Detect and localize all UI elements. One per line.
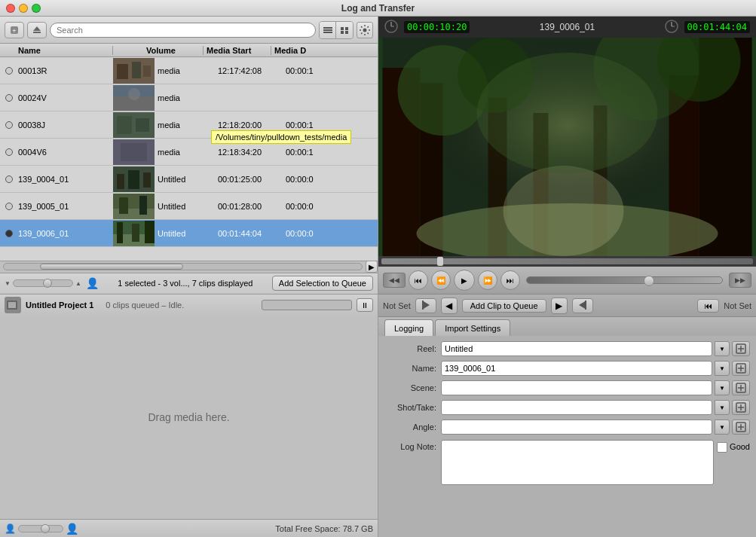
- row-name: 139_0005_01: [18, 202, 113, 211]
- shottake-input-wrap: ▼: [441, 400, 750, 415]
- inout-bar: Not Set ◀ Add Clip to Queue ▶ ⏮ Not Set: [378, 294, 756, 316]
- row-name: 00013R: [18, 66, 113, 75]
- row-mediastart: 12:18:34:20: [215, 148, 283, 157]
- scene-input-wrap: ▼: [441, 380, 750, 395]
- pause-button[interactable]: ⏸: [357, 298, 373, 312]
- drop-zone[interactable]: Drag media here.: [0, 316, 378, 520]
- left-bottom-bar: 👤 👤 Total Free Space: 78.7 GB: [0, 519, 378, 537]
- reel-dropdown-btn[interactable]: ▼: [715, 341, 730, 356]
- row-radio: [0, 67, 18, 75]
- list-scrollbar[interactable]: ▶: [0, 261, 378, 273]
- list-view-btn[interactable]: [320, 22, 336, 38]
- lognote-textarea[interactable]: [441, 440, 714, 485]
- svg-rect-13: [117, 64, 128, 79]
- row-thumbnail: [113, 166, 155, 192]
- row-thumbnail: [113, 194, 155, 219]
- timecode-icon: [384, 20, 398, 35]
- tab-bar: Logging Import Settings: [378, 316, 756, 336]
- name-dropdown-btn[interactable]: ▼: [715, 361, 730, 376]
- goto-out-btn[interactable]: ▶: [551, 297, 568, 314]
- table-row[interactable]: 139_0004_01 Untitled 00:01:25:00 00:00:0: [0, 166, 378, 193]
- tab-import-settings[interactable]: Import Settings: [435, 319, 510, 336]
- name-input[interactable]: [441, 361, 712, 376]
- drop-zone-text: Drag media here.: [148, 411, 229, 423]
- prev-clip-btn[interactable]: ⏮: [409, 270, 428, 290]
- scene-dropdown-btn[interactable]: ▼: [715, 380, 730, 395]
- scene-input[interactable]: [441, 380, 712, 395]
- scroll-right-btn[interactable]: ▶: [366, 261, 378, 273]
- svg-rect-5: [323, 29, 332, 31]
- jog-forward-btn[interactable]: ▶▶: [729, 273, 751, 288]
- project-status: 0 clips queued – Idle.: [106, 301, 257, 310]
- row-mediastart: 12:17:42:08: [215, 66, 283, 75]
- row-volume: media: [155, 148, 215, 157]
- mark-out-btn[interactable]: [572, 298, 593, 313]
- col-header-mediastart[interactable]: Media Start: [204, 46, 271, 55]
- col-header-name[interactable]: Name: [0, 46, 113, 55]
- add-button[interactable]: +: [5, 22, 24, 38]
- reel-input[interactable]: [441, 341, 712, 356]
- play-btn[interactable]: ▶: [454, 270, 475, 291]
- file-list-header: Name Volume Media Start Media D: [0, 44, 378, 57]
- step-back-btn[interactable]: ⏪: [431, 270, 451, 290]
- svg-point-55: [503, 166, 624, 256]
- close-button[interactable]: [6, 4, 15, 13]
- add-selection-queue-button[interactable]: Add Selection to Queue: [272, 276, 373, 291]
- maximize-button[interactable]: [32, 4, 41, 13]
- project-name: Untitled Project 1: [26, 301, 101, 310]
- reel-action-btn[interactable]: [732, 341, 750, 356]
- row-mediad: 00:00:1: [283, 121, 343, 130]
- svg-rect-20: [117, 116, 132, 134]
- zoom-slider[interactable]: [13, 279, 73, 287]
- minimize-button[interactable]: [19, 4, 28, 13]
- table-row[interactable]: 139_0006_01 Untitled 00:01:44:04 00:00:0: [0, 220, 378, 247]
- goto-in-btn[interactable]: ◀: [441, 297, 458, 314]
- row-radio: [0, 148, 18, 156]
- mark-in-btn[interactable]: [415, 298, 436, 313]
- eject-button[interactable]: [27, 22, 47, 38]
- angle-action-btn[interactable]: [732, 420, 750, 435]
- bottom-zoom-slider[interactable]: [18, 525, 63, 532]
- prev-btn[interactable]: ⏮: [697, 299, 719, 313]
- jog-reverse-btn[interactable]: ◀◀: [383, 273, 406, 288]
- row-thumbnail: [113, 58, 155, 84]
- svg-rect-36: [145, 221, 155, 243]
- table-row[interactable]: 00024V media: [0, 84, 378, 111]
- scrubber-track[interactable]: [381, 258, 753, 264]
- row-volume: Untitled: [155, 229, 215, 238]
- tab-logging[interactable]: Logging: [384, 319, 433, 336]
- volume-slider[interactable]: [526, 276, 723, 284]
- svg-rect-6: [323, 32, 332, 33]
- next-clip-btn[interactable]: ⏭: [500, 270, 520, 290]
- scrubber-head[interactable]: [437, 257, 443, 266]
- shottake-input[interactable]: [441, 400, 712, 415]
- add-clip-queue-button[interactable]: Add Clip to Queue: [462, 299, 546, 313]
- table-row[interactable]: 00013R media 12:17:42:08 00:00:1: [0, 57, 378, 84]
- scrubber-bar[interactable]: [378, 256, 756, 267]
- col-header-volume[interactable]: Volume: [143, 46, 204, 55]
- good-checkbox[interactable]: [717, 442, 727, 453]
- zoom-max-icon: ▲: [75, 280, 81, 287]
- settings-button[interactable]: [357, 22, 373, 38]
- scene-action-btn[interactable]: [732, 380, 750, 395]
- step-fwd-btn[interactable]: ⏩: [478, 270, 497, 290]
- angle-dropdown-btn[interactable]: ▼: [715, 420, 730, 435]
- table-row[interactable]: 139_0005_01 Untitled 00:01:28:00 00:00:0: [0, 193, 378, 220]
- svg-rect-62: [422, 301, 424, 310]
- row-volume: Untitled: [155, 175, 215, 184]
- reel-input-wrap: ▼: [441, 341, 750, 356]
- grid-view-btn[interactable]: [336, 22, 353, 38]
- shottake-action-btn[interactable]: [732, 400, 750, 415]
- col-header-mediad[interactable]: Media D: [271, 46, 332, 55]
- metadata-panel: Reel: ▼ Name: ▼: [378, 336, 756, 537]
- zoom-min-icon: ▼: [5, 280, 11, 287]
- svg-rect-34: [117, 222, 123, 243]
- search-input[interactable]: [50, 23, 316, 38]
- name-action-btn[interactable]: [732, 361, 750, 376]
- person-icon-large: 👤: [66, 523, 78, 535]
- svg-rect-8: [345, 27, 348, 30]
- scene-label: Scene:: [384, 383, 441, 392]
- row-volume: Untitled: [155, 202, 215, 211]
- angle-input[interactable]: [441, 420, 712, 435]
- shottake-dropdown-btn[interactable]: ▼: [715, 400, 730, 415]
